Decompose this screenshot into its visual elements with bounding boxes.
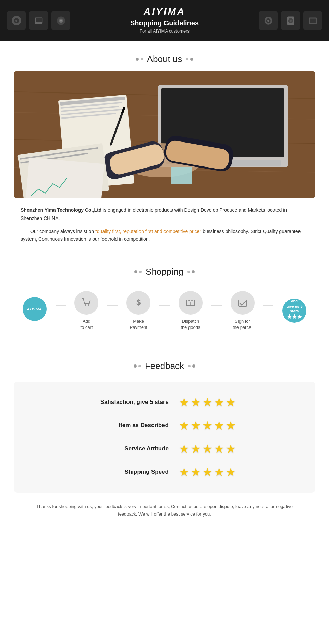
about-dots-right [186,58,193,61]
feedback-row-service: Service Attitude ★ ★ ★ ★ ★ [34,442,295,456]
about-image [14,71,315,198]
about-paragraph2: Our company always insist on "quality fi… [21,227,308,244]
shopping-section: AIYIMA Addto cart $ MakePaymen [0,284,329,348]
dot [139,271,142,273]
svg-rect-5 [37,22,40,23]
header-icon-speaker5 [303,11,322,30]
about-paragraph1: Shenzhen Yima Technology Co.,Ltd is enga… [21,206,308,223]
flow-connector-3 [159,305,170,306]
svg-text:$: $ [136,298,141,307]
flow-label-dispatch: Dispatchthe goods [181,318,200,331]
dot [134,270,137,273]
dispatch-icon-circle [179,291,203,315]
about-p2-prefix: Our company always insist on [30,228,95,234]
about-title: About us [147,54,182,64]
shopping-title: Shopping [146,267,183,277]
star-2: ★ [191,442,201,456]
star-5: ★ [226,419,236,432]
flow-step-cart: Addto cart [66,291,108,331]
feedback-stars-satisfaction: ★ ★ ★ ★ ★ [179,395,236,409]
dot [134,364,137,368]
feedback-label-shipping: Shipping Speed [93,469,169,475]
flow-step-aiyima: AIYIMA [14,297,56,324]
dot [138,365,141,367]
feedback-note: Thanks for shopping with us, your feedba… [14,503,315,525]
flow-label-sign: Sign forthe parcel [233,318,252,331]
about-title-row: About us [0,41,329,71]
confirm-stars-mini2: ★★ [284,321,305,328]
shopping-title-row: Shopping [0,254,329,284]
feedback-row-item: Item as Described ★ ★ ★ ★ ★ [34,419,295,432]
confirm-icon-circle: Confirm and give us 5 stars ★★★ ★★ [282,299,306,323]
star-2: ★ [191,395,201,409]
feedback-card: Satisfaction, give 5 stars ★ ★ ★ ★ ★ Ite… [14,382,315,493]
star-2: ★ [191,465,201,479]
svg-point-51 [88,304,89,306]
feedback-dots-left [134,364,141,368]
svg-rect-16 [310,18,316,23]
star-1: ★ [179,419,189,432]
header: AIYIMA Shopping Guidelines For all AIYIM… [0,0,329,41]
dot [192,364,195,368]
shopping-flow: AIYIMA Addto cart $ MakePaymen [14,284,315,334]
svg-point-11 [267,20,269,22]
star-3: ★ [202,465,212,479]
header-icons-left [7,11,70,30]
feedback-label-item: Item as Described [93,422,169,429]
star-4: ★ [214,419,224,432]
confirm-label-line2: give us 5 stars [284,304,305,314]
svg-rect-4 [36,18,42,22]
feedback-section: Satisfaction, give 5 stars ★ ★ ★ ★ ★ Ite… [0,382,329,538]
feedback-row-satisfaction: Satisfaction, give 5 stars ★ ★ ★ ★ ★ [34,395,295,409]
feedback-row-shipping: Shipping Speed ★ ★ ★ ★ ★ [34,465,295,479]
star-5: ★ [226,442,236,456]
star-1: ★ [179,442,189,456]
flow-step-confirm: Confirm and give us 5 stars ★★★ ★★ [273,299,315,323]
star-5: ★ [226,395,236,409]
svg-point-8 [60,20,62,22]
flow-connector-5 [263,305,273,306]
dot [192,270,195,273]
shopping-dots-right [187,270,195,273]
flow-connector-2 [107,305,118,306]
svg-rect-45 [171,167,192,184]
company-name: Shenzhen Yima Technology Co.,Ltd [21,207,101,213]
header-icon-speaker2 [51,11,70,30]
feedback-title-row: Feedback [0,348,329,378]
flow-label-cart: Addto cart [80,318,93,331]
star-1: ★ [179,465,189,479]
star-4: ★ [214,395,224,409]
shopping-dots-left [134,270,142,273]
star-2: ★ [191,419,201,432]
feedback-title: Feedback [145,361,184,371]
feedback-stars-service: ★ ★ ★ ★ ★ [179,442,236,456]
header-icon-speaker4 [281,11,300,30]
star-4: ★ [214,465,224,479]
dispatch-icon [185,297,196,308]
about-scene-svg [14,71,315,198]
confirm-stars-mini: ★★★ [284,313,305,321]
star-3: ★ [202,419,212,432]
confirm-label-line1: Confirm and [284,294,305,304]
star-1: ★ [179,395,189,409]
aiyima-logo-icon: AIYIMA [23,297,47,321]
header-icon-device1 [29,11,48,30]
cart-icon-circle [74,291,98,315]
about-text-block: Shenzhen Yima Technology Co.,Ltd is enga… [21,206,308,244]
flow-label-payment: MakePayment [130,318,147,331]
sign-icon-circle [231,291,255,315]
star-3: ★ [202,395,212,409]
flow-step-sign: Sign forthe parcel [222,291,264,331]
cart-icon [81,297,92,308]
flow-step-payment: $ MakePayment [118,291,159,331]
dot [187,271,190,273]
header-icon-speaker3 [259,11,278,30]
dot [186,58,188,60]
payment-icon: $ [133,297,144,308]
flow-step-dispatch: Dispatchthe goods [170,291,211,331]
svg-point-2 [15,20,17,22]
svg-point-50 [85,304,86,306]
flow-connector-4 [211,305,222,306]
dot [188,365,191,367]
dot [141,58,143,60]
